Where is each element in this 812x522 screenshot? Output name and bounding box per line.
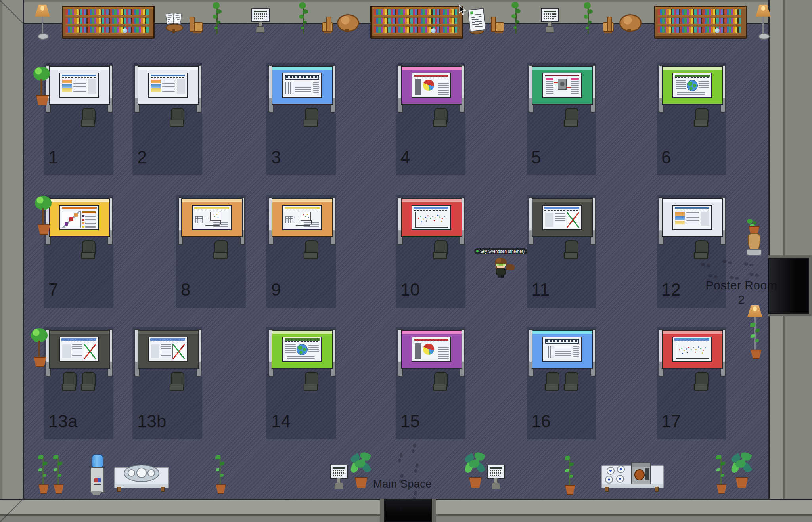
poster-board[interactable] (532, 66, 593, 105)
poster-board[interactable] (49, 66, 110, 105)
poster-booth[interactable]: 11 (530, 197, 594, 316)
booth-chair[interactable] (81, 240, 95, 260)
info-sign[interactable] (251, 8, 270, 33)
teacup (128, 469, 135, 477)
coffee-cup (617, 465, 625, 473)
poster-board[interactable] (662, 330, 723, 369)
poster-booth[interactable]: 15 (399, 329, 463, 448)
booth-chair[interactable] (304, 372, 318, 392)
open-book-stand[interactable] (165, 13, 182, 34)
booth-chair[interactable] (694, 108, 708, 128)
poster-board[interactable] (401, 198, 462, 237)
poster-board[interactable] (138, 66, 199, 105)
plant-on-stand (745, 219, 763, 258)
program-flipchart-stand[interactable] (465, 9, 487, 36)
booth-chair[interactable] (81, 372, 95, 392)
potted-tree (30, 328, 48, 373)
poster-booth[interactable]: 8 (179, 197, 243, 316)
poster-document[interactable] (192, 205, 232, 230)
poster-document[interactable] (672, 337, 712, 362)
poster-board[interactable] (181, 198, 243, 237)
poster-booth[interactable]: 13b (136, 329, 199, 448)
wooden-chair[interactable] (319, 17, 332, 33)
poster-board[interactable] (138, 330, 199, 369)
booth-chair[interactable] (564, 108, 578, 128)
poster-board[interactable] (532, 330, 593, 369)
poster-document[interactable] (542, 73, 582, 98)
poster-board[interactable] (662, 66, 723, 105)
poster-document[interactable] (59, 205, 99, 230)
booth-chair[interactable] (694, 372, 708, 392)
water-cooler[interactable] (90, 454, 104, 496)
poster-booth[interactable]: 1 (47, 65, 111, 184)
poster-board[interactable] (401, 330, 462, 369)
poster-board[interactable] (272, 330, 333, 369)
poster-booth[interactable]: 4 (399, 65, 463, 184)
booth-chair[interactable] (433, 372, 447, 392)
board-top-strip (402, 199, 462, 202)
poster-booth[interactable]: 16 (530, 329, 594, 448)
poster-booth[interactable]: 6 (660, 65, 724, 184)
poster-board[interactable] (401, 66, 462, 105)
coffee-station-table[interactable] (601, 462, 662, 492)
poster-booth[interactable]: 2 (136, 65, 199, 184)
poster-document[interactable] (282, 73, 322, 98)
poster-booth[interactable]: 13a (47, 329, 111, 448)
booth-chair[interactable] (170, 108, 184, 128)
info-sign[interactable] (330, 465, 348, 490)
booth-number: 2 (137, 147, 147, 167)
poster-board[interactable] (532, 198, 593, 237)
poster-board[interactable] (49, 198, 110, 237)
poster-board[interactable] (662, 198, 723, 237)
booth-chair[interactable] (62, 372, 76, 392)
poster-booth[interactable]: 3 (270, 65, 333, 184)
poster-document[interactable] (412, 205, 451, 230)
round-table (619, 14, 639, 32)
info-sign[interactable] (487, 465, 505, 490)
booth-chair[interactable] (213, 240, 228, 260)
booth-chair[interactable] (81, 108, 95, 128)
poster-document[interactable] (412, 337, 451, 362)
poster-booth[interactable]: 9 (270, 197, 333, 316)
poster-document[interactable] (59, 337, 99, 362)
poster-document[interactable] (282, 205, 322, 230)
poster-booth[interactable]: 7 (47, 197, 111, 316)
poster-booth[interactable]: 5 (530, 65, 594, 184)
doorway-main-space[interactable] (380, 499, 436, 522)
poster-document[interactable] (542, 337, 582, 362)
poster-booth[interactable]: 14 (270, 329, 333, 448)
poster-document[interactable] (148, 73, 188, 98)
poster-board[interactable] (272, 198, 333, 237)
wooden-chair[interactable] (599, 17, 613, 33)
booth-chair[interactable] (433, 240, 447, 260)
poster-document[interactable] (148, 337, 188, 362)
booth-chair[interactable] (545, 372, 559, 392)
booth-chair[interactable] (304, 108, 318, 128)
wooden-chair[interactable] (490, 17, 504, 33)
poster-document[interactable] (672, 205, 712, 230)
poster-document[interactable] (59, 73, 99, 98)
booth-chair[interactable] (694, 240, 708, 260)
poster-document[interactable] (542, 205, 582, 230)
potted-plant (564, 455, 575, 496)
info-sign[interactable] (541, 8, 559, 33)
poster-board[interactable] (272, 66, 333, 105)
booth-number: 7 (48, 280, 58, 300)
booth-chair[interactable] (170, 372, 184, 392)
tea-service-table[interactable] (114, 465, 167, 492)
poster-document[interactable] (282, 337, 322, 362)
booth-number: 14 (271, 411, 291, 431)
booth-chair[interactable] (304, 240, 318, 260)
poster-document[interactable] (672, 73, 712, 98)
poster-booth[interactable]: 17 (660, 329, 724, 448)
poster-document[interactable] (412, 73, 451, 98)
booth-chair[interactable] (433, 108, 447, 128)
hanging-vine-plant (510, 2, 522, 34)
poster-board[interactable] (49, 330, 110, 369)
booth-chair[interactable] (564, 372, 578, 392)
poster-booth[interactable]: 10 (399, 197, 463, 316)
poster-room-map: Poster Room 2 Main Space 1 (0, 0, 812, 522)
player-avatar[interactable]: Sky Svendsen (she/her) (493, 257, 508, 279)
wooden-chair[interactable] (189, 17, 202, 33)
booth-chair[interactable] (564, 240, 578, 260)
